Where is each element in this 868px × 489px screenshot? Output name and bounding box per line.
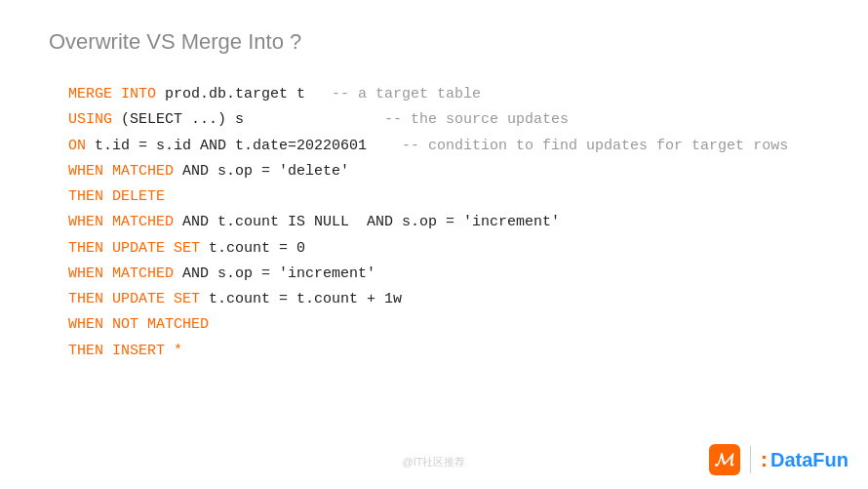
- slide: Overwrite VS Merge Into ? MERGE INTO pro…: [0, 0, 868, 489]
- kw-merge-into: MERGE INTO: [68, 82, 165, 107]
- code-line-9: THEN UPDATE SET t.count = t.count + 1w: [68, 287, 819, 312]
- datafun-logo: : DataFun: [761, 447, 848, 472]
- footer: 𝓜 : DataFun: [709, 444, 848, 475]
- mi-logo-icon: 𝓜: [709, 444, 740, 475]
- kw-when-not-matched: WHEN NOT MATCHED: [68, 312, 209, 338]
- kw-using: USING: [68, 107, 121, 133]
- code-line-6: WHEN MATCHED AND t.count IS NULL AND s.o…: [68, 210, 819, 235]
- kw-then-update-2: THEN UPDATE SET: [68, 287, 209, 312]
- kw-when-matched-3: WHEN MATCHED: [68, 262, 182, 287]
- code-line-1: MERGE INTO prod.db.target t -- a target …: [68, 82, 819, 107]
- kw-then-insert: THEN INSERT *: [68, 339, 182, 364]
- footer-divider: [750, 446, 751, 473]
- code-line-7: THEN UPDATE SET t.count = 0: [68, 236, 819, 262]
- mi-logo-text: 𝓜: [715, 450, 733, 470]
- kw-then-delete: THEN DELETE: [68, 184, 165, 210]
- slide-title: Overwrite VS Merge Into ?: [49, 29, 819, 55]
- code-line-8: WHEN MATCHED AND s.op = 'increment': [68, 262, 819, 287]
- code-line-4: WHEN MATCHED AND s.op = 'delete': [68, 159, 819, 184]
- kw-on: ON: [68, 134, 95, 159]
- code-line-11: THEN INSERT *: [68, 339, 819, 364]
- code-block: MERGE INTO prod.db.target t -- a target …: [49, 82, 819, 364]
- kw-when-matched-1: WHEN MATCHED: [68, 159, 182, 184]
- code-line-5: THEN DELETE: [68, 184, 819, 210]
- kw-when-matched-2: WHEN MATCHED: [68, 210, 182, 235]
- datafun-text: DataFun: [770, 449, 848, 471]
- datafun-d: :: [761, 447, 768, 472]
- watermark: @IT社区推荐: [403, 455, 466, 469]
- code-line-10: WHEN NOT MATCHED: [68, 312, 819, 338]
- kw-then-update-1: THEN UPDATE SET: [68, 236, 209, 262]
- code-line-2: USING (SELECT ...) s -- the source updat…: [68, 107, 819, 133]
- code-line-3: ON t.id = s.id AND t.date=20220601 -- co…: [68, 134, 819, 159]
